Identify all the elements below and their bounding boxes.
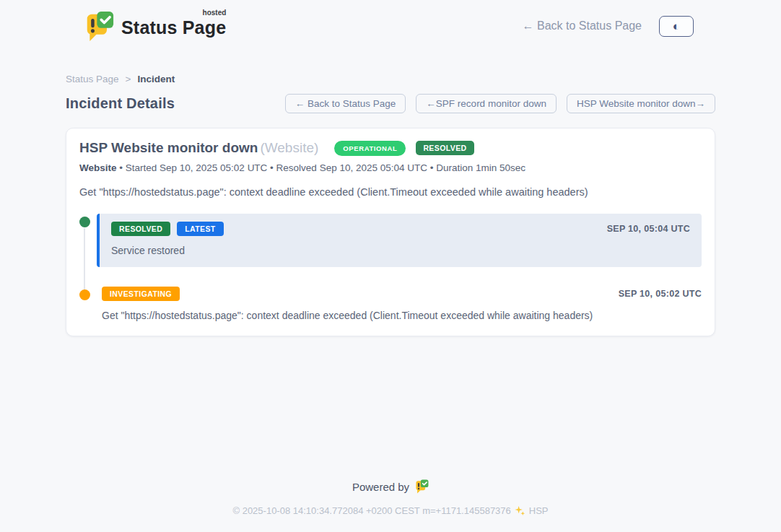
brand-logo[interactable]: hosted Status Page xyxy=(85,11,226,42)
investigating-badge: INVESTIGATING xyxy=(102,287,180,301)
incident-meta-component: Website xyxy=(79,162,117,173)
theme-toggle-button[interactable]: ◐ xyxy=(659,16,694,37)
copyright-brand: HSP xyxy=(529,505,549,516)
resolved-badge: RESOLVED xyxy=(111,222,170,236)
incident-timeline: RESOLVED LATEST SEP 10, 05:04 UTC Servic… xyxy=(79,214,702,321)
resolved-state-badge: RESOLVED xyxy=(416,141,474,155)
copyright: © 2025-10-08 14:10:34.772084 +0200 CEST … xyxy=(0,505,781,516)
powered-by-label: Powered by xyxy=(352,481,409,493)
incident-nav-buttons: ← Back to Status Page ←SPF record monito… xyxy=(285,94,715,113)
brand-name: Status Page xyxy=(121,17,226,38)
timeline-timestamp: SEP 10, 05:02 UTC xyxy=(619,289,702,299)
page-title: Incident Details xyxy=(66,95,175,112)
timeline-entry-resolved: RESOLVED LATEST SEP 10, 05:04 UTC Servic… xyxy=(79,214,702,267)
next-incident-button[interactable]: HSP Website monitor down→ xyxy=(567,94,715,113)
breadcrumb-status-page[interactable]: Status Page xyxy=(66,74,119,84)
brand-text: hosted Status Page xyxy=(121,11,226,38)
copyright-text: © 2025-10-08 14:10:34.772084 +0200 CEST … xyxy=(232,505,510,516)
breadcrumb: Status Page > Incident xyxy=(66,74,715,84)
timeline-message: Service restored xyxy=(111,245,690,256)
back-to-status-page-button[interactable]: ← Back to Status Page xyxy=(285,94,406,113)
timeline-dot-investigating xyxy=(79,289,90,300)
incident-card: HSP Website monitor down(Website) OPERAT… xyxy=(66,128,715,336)
header-actions: ← Back to Status Page ◐ xyxy=(523,16,694,37)
incident-component-label: (Website) xyxy=(260,140,318,155)
timeline-update-investigating: INVESTIGATING SEP 10, 05:02 UTC Get "htt… xyxy=(97,287,702,321)
breadcrumb-incident: Incident xyxy=(137,74,175,84)
statuspage-logo-icon xyxy=(85,11,114,42)
prev-incident-button[interactable]: ←SPF record monitor down xyxy=(416,94,557,113)
brand-superscript: hosted xyxy=(203,9,227,17)
title-row: Incident Details ← Back to Status Page ←… xyxy=(66,94,715,113)
timeline-update-latest: RESOLVED LATEST SEP 10, 05:04 UTC Servic… xyxy=(97,214,702,267)
main-content: Status Page > Incident Incident Details … xyxy=(66,42,715,336)
back-to-status-page-link[interactable]: ← Back to Status Page xyxy=(523,19,642,32)
incident-heading: HSP Website monitor down(Website) xyxy=(79,140,318,156)
timeline-message: Get "https://hostedstatus.page": context… xyxy=(102,310,702,321)
breadcrumb-separator: > xyxy=(126,74,131,84)
footer: Powered by © 2025-10-08 14:10:34.772084 … xyxy=(0,479,781,532)
powered-by: Powered by xyxy=(0,479,781,494)
contrast-icon: ◐ xyxy=(673,20,680,32)
operational-status-badge: OPERATIONAL xyxy=(334,141,406,156)
timeline-entry-investigating: INVESTIGATING SEP 10, 05:02 UTC Get "htt… xyxy=(79,287,702,321)
incident-meta: Website • Started Sep 10, 2025 05:02 UTC… xyxy=(79,162,702,173)
incident-title-row: HSP Website monitor down(Website) OPERAT… xyxy=(79,140,702,156)
latest-badge: LATEST xyxy=(177,222,223,236)
statuspage-logo-icon-small[interactable] xyxy=(415,479,429,494)
incident-title: HSP Website monitor down xyxy=(79,140,258,155)
timeline-dot-resolved xyxy=(79,217,90,227)
sparkles-icon xyxy=(515,505,525,516)
timeline-timestamp: SEP 10, 05:04 UTC xyxy=(607,224,690,234)
incident-meta-details: • Started Sep 10, 2025 05:02 UTC • Resol… xyxy=(117,162,526,173)
header: hosted Status Page ← Back to Status Page… xyxy=(0,0,781,42)
incident-description: Get "https://hostedstatus.page": context… xyxy=(79,186,702,198)
